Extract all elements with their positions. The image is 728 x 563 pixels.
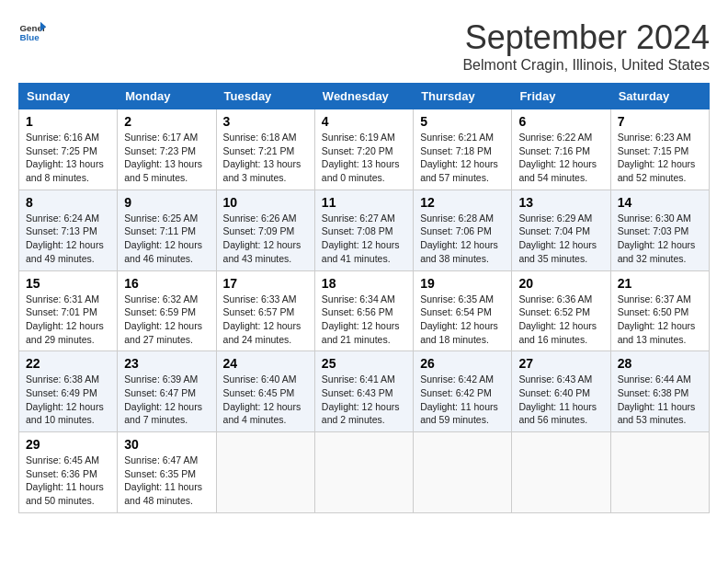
day-info: Sunrise: 6:21 AMSunset: 7:18 PMDaylight:… — [420, 131, 505, 185]
day-number: 16 — [124, 276, 209, 291]
header: General Blue September 2024 Belmont Crag… — [18, 18, 710, 74]
calendar-cell: 26Sunrise: 6:42 AMSunset: 6:42 PMDayligh… — [414, 351, 512, 432]
day-info: Sunrise: 6:28 AMSunset: 7:06 PMDaylight:… — [420, 212, 505, 266]
calendar-body: 1Sunrise: 6:16 AMSunset: 7:25 PMDaylight… — [19, 109, 710, 513]
calendar-cell: 29Sunrise: 6:45 AMSunset: 6:36 PMDayligh… — [19, 432, 118, 513]
calendar-week-row: 15Sunrise: 6:31 AMSunset: 7:01 PMDayligh… — [19, 270, 710, 351]
day-number: 30 — [124, 437, 209, 452]
day-info: Sunrise: 6:38 AMSunset: 6:49 PMDaylight:… — [26, 373, 110, 427]
day-of-week-header: Wednesday — [314, 84, 413, 109]
calendar-cell: 4Sunrise: 6:19 AMSunset: 7:20 PMDaylight… — [314, 109, 413, 190]
day-number: 6 — [518, 114, 603, 129]
day-info: Sunrise: 6:29 AMSunset: 7:04 PMDaylight:… — [518, 212, 603, 266]
day-info: Sunrise: 6:35 AMSunset: 6:54 PMDaylight:… — [420, 293, 505, 347]
day-info: Sunrise: 6:43 AMSunset: 6:40 PMDaylight:… — [518, 373, 603, 427]
svg-text:Blue: Blue — [20, 32, 40, 42]
day-number: 3 — [223, 114, 308, 129]
day-number: 15 — [26, 276, 110, 291]
calendar-cell: 10Sunrise: 6:26 AMSunset: 7:09 PMDayligh… — [216, 190, 314, 270]
calendar-cell: 24Sunrise: 6:40 AMSunset: 6:45 PMDayligh… — [216, 351, 314, 432]
day-number: 25 — [322, 356, 406, 371]
day-number: 5 — [420, 114, 505, 129]
day-number: 21 — [618, 276, 702, 291]
calendar-cell: 28Sunrise: 6:44 AMSunset: 6:38 PMDayligh… — [610, 351, 709, 432]
day-info: Sunrise: 6:36 AMSunset: 6:52 PMDaylight:… — [518, 293, 603, 347]
day-number: 20 — [518, 276, 603, 291]
day-number: 7 — [618, 114, 702, 129]
day-number: 2 — [124, 114, 209, 129]
day-info: Sunrise: 6:34 AMSunset: 6:56 PMDaylight:… — [322, 293, 406, 347]
day-info: Sunrise: 6:18 AMSunset: 7:21 PMDaylight:… — [223, 131, 308, 185]
day-number: 27 — [518, 356, 603, 371]
calendar-cell: 30Sunrise: 6:47 AMSunset: 6:35 PMDayligh… — [118, 432, 216, 513]
location-title: Belmont Cragin, Illinois, United States — [462, 57, 710, 74]
calendar-cell: 5Sunrise: 6:21 AMSunset: 7:18 PMDaylight… — [414, 109, 512, 190]
title-section: September 2024 Belmont Cragin, Illinois,… — [462, 18, 710, 74]
day-info: Sunrise: 6:42 AMSunset: 6:42 PMDaylight:… — [420, 373, 505, 427]
day-info: Sunrise: 6:45 AMSunset: 6:36 PMDaylight:… — [26, 454, 110, 508]
day-info: Sunrise: 6:44 AMSunset: 6:38 PMDaylight:… — [618, 373, 702, 427]
day-info: Sunrise: 6:32 AMSunset: 6:59 PMDaylight:… — [124, 293, 209, 347]
day-number: 11 — [322, 195, 406, 210]
day-number: 26 — [420, 356, 505, 371]
calendar-cell: 20Sunrise: 6:36 AMSunset: 6:52 PMDayligh… — [512, 270, 610, 351]
calendar-cell: 6Sunrise: 6:22 AMSunset: 7:16 PMDaylight… — [512, 109, 610, 190]
calendar-cell — [314, 432, 413, 513]
calendar-cell — [414, 432, 512, 513]
calendar-week-row: 1Sunrise: 6:16 AMSunset: 7:25 PMDaylight… — [19, 109, 710, 190]
calendar-cell: 25Sunrise: 6:41 AMSunset: 6:43 PMDayligh… — [314, 351, 413, 432]
day-info: Sunrise: 6:23 AMSunset: 7:15 PMDaylight:… — [618, 131, 702, 185]
day-of-week-header: Monday — [118, 84, 216, 109]
calendar-cell: 9Sunrise: 6:25 AMSunset: 7:11 PMDaylight… — [118, 190, 216, 270]
day-of-week-header: Thursday — [414, 84, 512, 109]
calendar-week-row: 29Sunrise: 6:45 AMSunset: 6:36 PMDayligh… — [19, 432, 710, 513]
calendar-cell — [512, 432, 610, 513]
day-info: Sunrise: 6:37 AMSunset: 6:50 PMDaylight:… — [618, 293, 702, 347]
calendar-cell: 14Sunrise: 6:30 AMSunset: 7:03 PMDayligh… — [610, 190, 709, 270]
day-number: 12 — [420, 195, 505, 210]
calendar-cell: 15Sunrise: 6:31 AMSunset: 7:01 PMDayligh… — [19, 270, 118, 351]
day-info: Sunrise: 6:41 AMSunset: 6:43 PMDaylight:… — [322, 373, 406, 427]
day-info: Sunrise: 6:16 AMSunset: 7:25 PMDaylight:… — [26, 131, 110, 185]
calendar-cell: 23Sunrise: 6:39 AMSunset: 6:47 PMDayligh… — [118, 351, 216, 432]
day-number: 19 — [420, 276, 505, 291]
day-info: Sunrise: 6:30 AMSunset: 7:03 PMDaylight:… — [618, 212, 702, 266]
calendar-cell: 19Sunrise: 6:35 AMSunset: 6:54 PMDayligh… — [414, 270, 512, 351]
calendar-cell: 17Sunrise: 6:33 AMSunset: 6:57 PMDayligh… — [216, 270, 314, 351]
day-number: 23 — [124, 356, 209, 371]
calendar-week-row: 22Sunrise: 6:38 AMSunset: 6:49 PMDayligh… — [19, 351, 710, 432]
day-number: 4 — [322, 114, 406, 129]
calendar-cell: 7Sunrise: 6:23 AMSunset: 7:15 PMDaylight… — [610, 109, 709, 190]
day-info: Sunrise: 6:17 AMSunset: 7:23 PMDaylight:… — [124, 131, 209, 185]
day-number: 22 — [26, 356, 110, 371]
day-number: 29 — [26, 437, 110, 452]
day-info: Sunrise: 6:39 AMSunset: 6:47 PMDaylight:… — [124, 373, 209, 427]
day-of-week-header: Tuesday — [216, 84, 314, 109]
calendar-cell — [610, 432, 709, 513]
calendar-cell: 13Sunrise: 6:29 AMSunset: 7:04 PMDayligh… — [512, 190, 610, 270]
logo-icon: General Blue — [18, 18, 46, 46]
calendar-cell: 18Sunrise: 6:34 AMSunset: 6:56 PMDayligh… — [314, 270, 413, 351]
day-number: 13 — [518, 195, 603, 210]
day-number: 28 — [618, 356, 702, 371]
logo: General Blue — [18, 18, 46, 46]
calendar-cell: 16Sunrise: 6:32 AMSunset: 6:59 PMDayligh… — [118, 270, 216, 351]
day-info: Sunrise: 6:47 AMSunset: 6:35 PMDaylight:… — [124, 454, 209, 508]
day-info: Sunrise: 6:19 AMSunset: 7:20 PMDaylight:… — [322, 131, 406, 185]
day-info: Sunrise: 6:25 AMSunset: 7:11 PMDaylight:… — [124, 212, 209, 266]
day-number: 8 — [26, 195, 110, 210]
calendar-cell — [216, 432, 314, 513]
day-info: Sunrise: 6:22 AMSunset: 7:16 PMDaylight:… — [518, 131, 603, 185]
calendar-cell: 21Sunrise: 6:37 AMSunset: 6:50 PMDayligh… — [610, 270, 709, 351]
day-number: 10 — [223, 195, 308, 210]
calendar-cell: 1Sunrise: 6:16 AMSunset: 7:25 PMDaylight… — [19, 109, 118, 190]
calendar-cell: 12Sunrise: 6:28 AMSunset: 7:06 PMDayligh… — [414, 190, 512, 270]
day-of-week-header: Saturday — [610, 84, 709, 109]
month-title: September 2024 — [462, 18, 710, 57]
calendar-week-row: 8Sunrise: 6:24 AMSunset: 7:13 PMDaylight… — [19, 190, 710, 270]
day-number: 9 — [124, 195, 209, 210]
day-info: Sunrise: 6:33 AMSunset: 6:57 PMDaylight:… — [223, 293, 308, 347]
day-info: Sunrise: 6:24 AMSunset: 7:13 PMDaylight:… — [26, 212, 110, 266]
day-number: 1 — [26, 114, 110, 129]
day-info: Sunrise: 6:40 AMSunset: 6:45 PMDaylight:… — [223, 373, 308, 427]
